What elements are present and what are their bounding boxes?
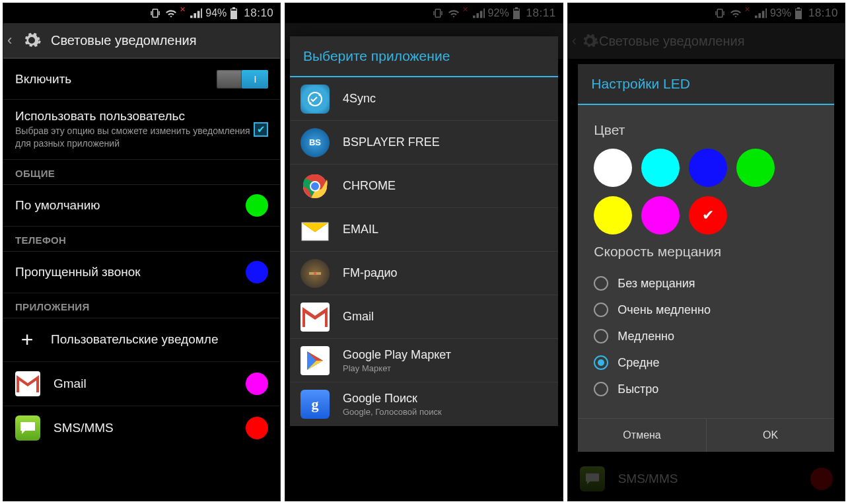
swatch-white[interactable] [594, 149, 632, 187]
speed-option-2[interactable]: Медленно [594, 323, 818, 349]
app-sublabel: Play Маркет [343, 363, 451, 373]
app-row-email[interactable]: EMAIL [290, 208, 558, 252]
missed-call-label: Пропущенный звонок [15, 265, 246, 279]
speed-option-4[interactable]: Быстро [594, 376, 818, 402]
gmail-icon [15, 371, 40, 396]
add-label: Пользовательские уведомле [51, 332, 268, 347]
default-row[interactable]: По умолчанию [3, 185, 280, 227]
speed-label: Без мерцания [618, 277, 695, 291]
app-row-gmail[interactable]: Gmail [3, 362, 280, 406]
chrome-icon [300, 172, 330, 201]
battery-icon [230, 7, 238, 19]
app-row-bsplayer[interactable]: BS BSPLAYER FREE [290, 121, 558, 164]
enable-toggle[interactable]: I [217, 70, 268, 89]
app-row-4sync[interactable]: 4Sync [290, 77, 558, 121]
sms-icon [15, 415, 40, 441]
speed-option-3[interactable]: Средне [594, 349, 818, 376]
radio-icon [594, 329, 608, 343]
swatch-cyan[interactable] [641, 149, 680, 187]
phone-2: ✕ 92% 18:11 ‹ Выберите приложение 4Sync … [285, 3, 563, 501]
4sync-icon [300, 85, 330, 114]
radio-icon [594, 276, 608, 291]
google-search-icon: g [300, 390, 330, 419]
add-custom-row[interactable]: + Пользовательские уведомле [3, 318, 280, 362]
app-row-gsearch[interactable]: g Google Поиск Google, Голосовой поиск [290, 382, 558, 426]
missed-call-row[interactable]: Пропущенный звонок [3, 252, 280, 293]
app-picker-dialog: Выберите приложение 4Sync BS BSPLAYER FR… [290, 36, 558, 426]
plus-icon: + [15, 328, 39, 352]
play-store-icon [300, 346, 330, 375]
swatch-green[interactable] [736, 149, 775, 187]
color-section-label: Цвет [594, 122, 818, 138]
enable-label: Включить [15, 72, 217, 87]
back-icon[interactable]: ‹ [7, 32, 19, 49]
gear-icon [20, 29, 43, 52]
app-label: EMAIL [343, 223, 378, 236]
custom-checkbox[interactable]: ✔ [254, 122, 268, 137]
app-label: Gmail [343, 310, 374, 324]
app-label: BSPLAYER FREE [343, 135, 440, 149]
swatch-blue[interactable] [689, 149, 727, 187]
vibrate-icon [149, 7, 161, 19]
phone-1: ✕ 94% 18:10 ‹ Световые уведомления Включ… [3, 3, 281, 501]
custom-title: Использовать пользовательс [15, 109, 254, 124]
fmradio-icon [300, 259, 330, 288]
ok-button[interactable]: OK [706, 419, 835, 452]
app-list[interactable]: 4Sync BS BSPLAYER FREE CHROME EMA [290, 77, 558, 426]
missed-color-dot [246, 261, 268, 283]
status-bar: ✕ 94% 18:10 [3, 3, 280, 23]
radio-icon [594, 355, 608, 370]
app-label: 4Sync [343, 92, 376, 106]
dialog-overlay: Выберите приложение 4Sync BS BSPLAYER FR… [285, 3, 562, 501]
screen-header: ‹ Световые уведомления [3, 23, 280, 59]
phone-3: ✕ 93% 18:10 ‹ Световые уведомления SMS/M… [567, 3, 845, 501]
svg-rect-0 [153, 9, 159, 17]
enable-row[interactable]: Включить I [3, 59, 280, 100]
section-general: ОБЩИЕ [3, 160, 280, 185]
app-row-play[interactable]: Google Play Маркет Play Маркет [290, 339, 558, 382]
speed-option-1[interactable]: Очень медленно [594, 297, 818, 323]
dialog-title: Выберите приложение [290, 36, 558, 77]
app-label: FM-радио [343, 266, 398, 280]
cancel-button[interactable]: Отмена [578, 419, 706, 452]
speed-option-0[interactable]: Без мерцания [594, 270, 818, 297]
email-icon [300, 215, 330, 244]
dialog-title: Настройки LED [578, 64, 834, 105]
speed-label: Очень медленно [618, 303, 711, 317]
custom-subtitle: Выбрав эту опцию вы сможете изменить уве… [15, 125, 254, 150]
swatch-red[interactable]: ✔ [689, 196, 727, 234]
default-color-dot [246, 194, 268, 217]
app-label: Gmail [53, 377, 246, 391]
app-label: CHROME [343, 179, 396, 193]
app-row-fmradio[interactable]: FM-радио [290, 252, 558, 295]
app-row-sms[interactable]: SMS/MMS [3, 406, 280, 450]
dialog-overlay: Настройки LED Цвет ✔ Скорость мерцания Б… [568, 3, 845, 501]
app-color-dot [246, 417, 268, 439]
wifi-icon [164, 8, 178, 18]
radio-icon [594, 303, 608, 317]
header-title: Световые уведомления [51, 33, 197, 48]
svg-rect-3 [231, 9, 236, 11]
color-swatches: ✔ [594, 149, 818, 234]
battery-text: 94% [205, 7, 227, 19]
custom-row[interactable]: Использовать пользовательс Выбрав эту оп… [3, 100, 280, 160]
app-row-chrome[interactable]: CHROME [290, 164, 558, 208]
app-row-gmail[interactable]: Gmail [290, 295, 558, 339]
dialog-button-bar: Отмена OK [578, 418, 834, 452]
section-apps: ПРИЛОЖЕНИЯ [3, 293, 280, 318]
gmail-icon [300, 303, 330, 332]
app-label: SMS/MMS [53, 421, 246, 435]
bsplayer-icon: BS [300, 128, 330, 157]
signal-x-icon: ✕ [180, 5, 186, 14]
signal-icon [190, 8, 202, 18]
speed-label: Быстро [618, 382, 658, 396]
app-label: Google Поиск [343, 392, 442, 406]
led-settings-dialog: Настройки LED Цвет ✔ Скорость мерцания Б… [578, 64, 834, 452]
speed-section-label: Скорость мерцания [594, 244, 818, 260]
default-label: По умолчанию [15, 198, 246, 213]
section-phone: ТЕЛЕФОН [3, 227, 280, 252]
svg-point-17 [314, 272, 316, 275]
swatch-yellow[interactable] [594, 196, 632, 234]
swatch-magenta[interactable] [641, 196, 680, 234]
app-color-dot [246, 373, 268, 395]
